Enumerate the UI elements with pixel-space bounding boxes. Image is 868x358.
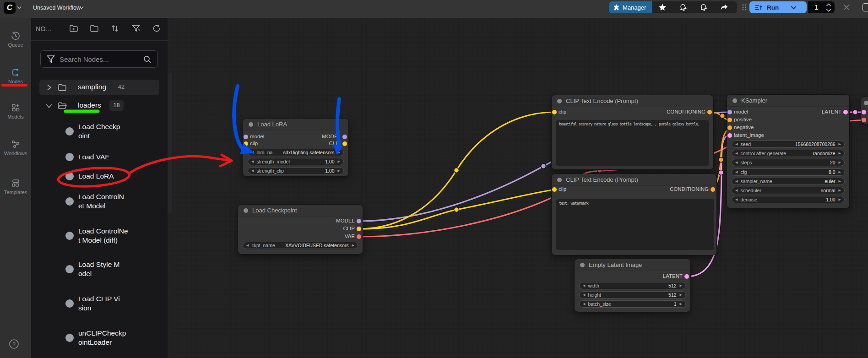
node-load-lora[interactable]: Load LoRA model MODEL clip CLIP ◀lora_na… — [243, 119, 348, 176]
node-load-lora-header[interactable]: Load LoRA — [243, 119, 348, 130]
output-slot-conditioning[interactable] — [711, 187, 715, 192]
stepper-arrows-icon[interactable] — [825, 3, 832, 12]
widget-lora-name[interactable]: ◀lora_na ...sdxl lighting.safetensors▶ — [248, 149, 344, 156]
partial-window-icon[interactable] — [863, 3, 868, 11]
node-ksampler[interactable]: KSampler model LATENT positive negative … — [727, 95, 849, 208]
manager-button[interactable]: Manager — [609, 1, 652, 13]
sidebar-item-models[interactable]: Models — [0, 103, 31, 119]
refresh-icon[interactable] — [152, 24, 161, 33]
input-slot-model[interactable] — [244, 135, 248, 139]
funnel-icon — [47, 55, 55, 64]
node-item-load-style-model[interactable]: Load Style Model — [65, 260, 119, 278]
node-partial-right[interactable] — [861, 97, 868, 124]
node-item-load-clip-vision[interactable]: Load CLIP Vision — [65, 294, 120, 313]
output-slot-model[interactable] — [342, 135, 347, 139]
node-item-load-checkpoint[interactable]: Load Checkpoint — [65, 122, 120, 141]
output-slot-latent[interactable] — [843, 110, 848, 114]
share-icon[interactable] — [720, 3, 728, 11]
run-button[interactable]: Run — [749, 1, 807, 13]
input-slot-clip[interactable] — [244, 141, 248, 146]
input-label: clip — [559, 109, 566, 114]
collapse-dot[interactable] — [732, 98, 737, 103]
star-icon[interactable] — [658, 3, 667, 11]
node-title: KSampler — [741, 97, 767, 104]
bell-icon[interactable] — [700, 3, 708, 11]
node-load-checkpoint-header[interactable]: Load Checkpoint — [238, 205, 363, 217]
new-folder-icon[interactable] — [69, 24, 78, 33]
input-slot-latent-image[interactable] — [727, 133, 732, 138]
panel-scrollbar[interactable] — [168, 73, 172, 213]
prompt-textarea[interactable]: beautiful scenery nature glass bottle la… — [556, 120, 709, 166]
input-slot-positive[interactable] — [727, 118, 732, 122]
workflows-icon — [11, 140, 20, 149]
widget-denoise[interactable]: ◀denoise1.00▶ — [732, 196, 845, 203]
node-item-load-controlnet-diff[interactable]: Load ControlNet Model (diff) — [65, 227, 128, 245]
widget-sampler-name[interactable]: ◀sampler_nameeuler▶ — [732, 178, 845, 185]
input-slot-clip[interactable] — [552, 110, 557, 114]
collapse-dot[interactable] — [580, 263, 585, 267]
widget-width[interactable]: ◀width512▶ — [579, 282, 686, 289]
widget-scheduler[interactable]: ◀schedulernormal▶ — [732, 187, 845, 194]
output-slot-clip[interactable] — [342, 141, 347, 146]
input-slot-samples[interactable] — [862, 110, 866, 114]
tree-folder-loaders[interactable]: loaders 18 — [39, 98, 159, 114]
node-item-load-vae[interactable]: Load VAE — [65, 152, 110, 162]
input-slot-model[interactable] — [727, 110, 732, 114]
prompt-textarea[interactable]: text, watermark — [556, 199, 714, 250]
node-item-load-lora[interactable]: Load LoRA — [65, 172, 114, 181]
widget-control-after-generate[interactable]: ◀control after generaterandomize▶ — [732, 150, 845, 157]
collapse-dot[interactable] — [244, 208, 248, 213]
collapse-dot[interactable] — [557, 99, 562, 103]
node-clip-encode-positive[interactable]: CLIP Text Encode (Prompt) clip CONDITION… — [552, 95, 713, 169]
output-slot-model[interactable] — [357, 219, 361, 223]
close-icon[interactable] — [841, 2, 852, 12]
help-icon[interactable]: ? — [9, 339, 19, 349]
collapse-dot[interactable] — [557, 178, 562, 182]
filter-icon[interactable] — [131, 24, 141, 33]
workflow-chevron-icon[interactable] — [79, 6, 84, 9]
bell-icon[interactable] — [679, 3, 687, 11]
node-clip-encode-positive-header[interactable]: CLIP Text Encode (Prompt) — [552, 95, 713, 107]
sort-icon[interactable] — [110, 24, 119, 33]
output-slot-latent[interactable] — [684, 274, 689, 279]
output-slot-conditioning[interactable] — [707, 110, 712, 114]
widget-strength-clip[interactable]: ◀strength_clip1.00▶ — [248, 167, 344, 174]
widget-ckpt-name[interactable]: ◀ckpt_nameXAVVOIDFUSED.safetensors▶ — [243, 242, 358, 249]
tree-folder-sampling[interactable]: sampling 42 — [39, 80, 159, 95]
sidebar-item-workflows[interactable]: Workflows — [0, 140, 31, 156]
node-item-label: Load ControlNe — [78, 227, 128, 236]
widget-cfg[interactable]: ◀cfg8.0▶ — [732, 168, 845, 176]
batch-count-stepper[interactable]: 1 — [808, 1, 835, 13]
widget-batch-size[interactable]: ◀batch_size1▶ — [579, 300, 686, 308]
folder-icon[interactable] — [90, 24, 99, 33]
collapse-dot[interactable] — [249, 122, 253, 127]
workflow-name[interactable]: Unsaved Workflow — [33, 5, 81, 11]
widget-steps[interactable]: ◀steps20▶ — [732, 159, 845, 166]
node-empty-latent-header[interactable]: Empty Latent Image — [575, 259, 690, 271]
node-item-load-controlnet[interactable]: Load ControlNet Model — [65, 192, 124, 211]
node-clip-encode-negative-header[interactable]: CLIP Text Encode (Prompt) — [552, 174, 716, 186]
output-slot-vae[interactable] — [357, 234, 361, 239]
sidebar-item-templates[interactable]: Templates — [0, 179, 31, 195]
node-load-checkpoint[interactable]: Load Checkpoint MODEL CLIP VAE ◀ckpt_nam… — [238, 205, 363, 254]
sidebar-item-nodes[interactable]: Nodes — [0, 68, 31, 84]
input-slot-vae[interactable] — [862, 118, 866, 122]
search-input[interactable]: Search Nodes... — [40, 50, 158, 68]
drag-handle-icon[interactable] — [741, 4, 748, 11]
topbar: C Unsaved Workflow Manager Run 1 — [0, 0, 868, 18]
sidebar-item-queue[interactable]: Queue — [0, 31, 31, 48]
node-item-label: Load Style M — [78, 260, 119, 269]
widget-height[interactable]: ◀height512▶ — [579, 291, 686, 298]
comfyui-logo[interactable]: C — [4, 2, 16, 14]
output-slot-clip[interactable] — [357, 227, 361, 231]
widget-strength-model[interactable]: ◀strength_model1.00▶ — [248, 158, 344, 165]
logo-chevron-icon[interactable] — [17, 6, 22, 9]
widget-seed[interactable]: ◀seed156680208700286▶ — [732, 141, 845, 148]
node-empty-latent[interactable]: Empty Latent Image LATENT ◀width512▶ ◀he… — [575, 259, 690, 312]
node-ksampler-header[interactable]: KSampler — [727, 95, 849, 107]
node-item-unclip-checkpoint-loader[interactable]: unCLIPCheckpointLoader — [65, 329, 126, 347]
input-slot-negative[interactable] — [727, 125, 732, 130]
input-slot-clip[interactable] — [552, 187, 557, 192]
node-clip-encode-negative[interactable]: CLIP Text Encode (Prompt) clip CONDITION… — [552, 174, 716, 255]
run-chevron-icon[interactable] — [791, 5, 797, 10]
